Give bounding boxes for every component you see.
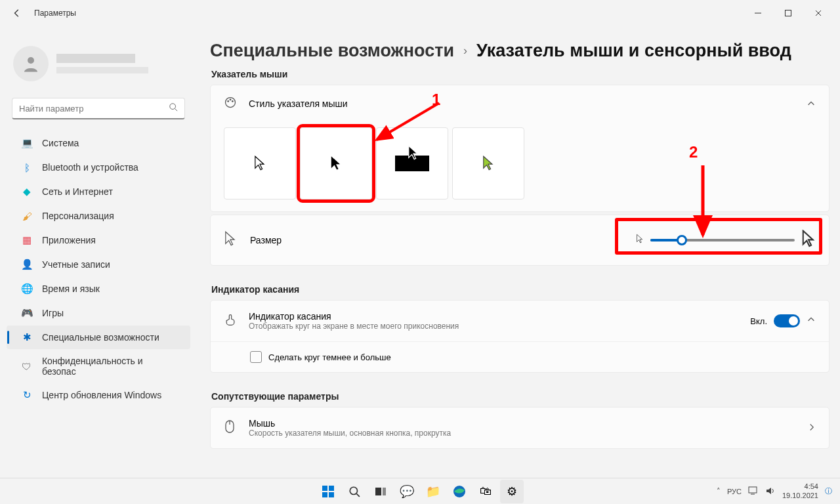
touch-icon bbox=[224, 313, 238, 329]
svg-rect-16 bbox=[329, 492, 334, 497]
cursor-large-icon bbox=[801, 230, 816, 251]
nav-label: Сеть и Интернет bbox=[42, 186, 113, 197]
nav-item-7[interactable]: 🎮Игры bbox=[7, 301, 190, 325]
pointer-style-white[interactable] bbox=[224, 127, 296, 200]
nav-icon: 💻 bbox=[21, 137, 33, 149]
svg-rect-19 bbox=[375, 488, 381, 495]
pointer-style-custom-color[interactable] bbox=[452, 127, 524, 200]
svg-rect-1 bbox=[786, 10, 791, 16]
size-slider-group bbox=[636, 230, 816, 251]
pointer-style-header[interactable]: Стиль указателя мыши bbox=[211, 85, 829, 122]
section-related-title: Сопутствующие параметры bbox=[211, 391, 830, 402]
search-input[interactable] bbox=[19, 104, 169, 114]
main-content: Специальные возможности › Указатель мыши… bbox=[210, 33, 832, 478]
toggle-state-label: Вкл. bbox=[750, 316, 767, 326]
taskbar-edge[interactable] bbox=[448, 480, 471, 503]
taskbar-store[interactable]: 🛍 bbox=[474, 480, 497, 503]
taskbar-explorer[interactable]: 📁 bbox=[421, 480, 445, 503]
nav-item-2[interactable]: ◆Сеть и Интернет bbox=[7, 180, 190, 203]
profile-email-redacted bbox=[56, 67, 148, 74]
pointer-size-row: Размер bbox=[210, 215, 830, 266]
svg-rect-22 bbox=[749, 487, 757, 493]
tray-language[interactable]: РУС bbox=[727, 488, 742, 495]
minimize-button[interactable] bbox=[743, 3, 773, 24]
checkbox[interactable] bbox=[250, 351, 262, 363]
nav-label: Центр обновления Windows bbox=[42, 390, 161, 400]
chevron-right-icon: › bbox=[463, 44, 467, 58]
nav-icon: 🛡 bbox=[21, 360, 33, 372]
nav-label: Bluetooth и устройства bbox=[42, 162, 138, 173]
pointer-style-inverted[interactable] bbox=[376, 127, 448, 200]
nav-item-5[interactable]: 👤Учетные записи bbox=[7, 253, 190, 276]
nav-icon: ✱ bbox=[21, 331, 33, 343]
svg-rect-15 bbox=[322, 492, 327, 497]
nav-icon: ↻ bbox=[21, 389, 33, 401]
chevron-up-icon[interactable] bbox=[807, 315, 816, 327]
breadcrumb-parent[interactable]: Специальные возможности bbox=[210, 41, 454, 61]
svg-line-4 bbox=[175, 109, 178, 112]
nav-label: Учетные записи bbox=[42, 259, 110, 270]
mouse-link-card[interactable]: Мышь Скорость указателя мыши, основная к… bbox=[210, 407, 830, 449]
breadcrumb: Специальные возможности › Указатель мыши… bbox=[210, 41, 830, 61]
profile-block[interactable] bbox=[3, 39, 194, 88]
taskbar: 💬 📁 🛍 ⚙ ˄ РУС 4:54 19.10.2021 ⓘ bbox=[0, 478, 840, 504]
nav-item-6[interactable]: 🌐Время и язык bbox=[7, 277, 190, 301]
tray-notifications-icon[interactable]: ⓘ bbox=[825, 486, 832, 496]
close-button[interactable] bbox=[803, 3, 833, 24]
taskbar-settings[interactable]: ⚙ bbox=[500, 480, 524, 503]
cursor-icon bbox=[224, 231, 238, 249]
nav-label: Приложения bbox=[42, 235, 96, 245]
nav-item-8[interactable]: ✱Специальные возможности bbox=[7, 326, 190, 349]
nav-icon: ◆ bbox=[21, 186, 33, 198]
nav-icon: 🌐 bbox=[21, 283, 33, 295]
nav-item-0[interactable]: 💻Система bbox=[7, 131, 190, 155]
breadcrumb-current: Указатель мыши и сенсорный ввод bbox=[476, 41, 791, 61]
tray-network-icon[interactable] bbox=[748, 486, 759, 497]
tray-volume-icon[interactable] bbox=[765, 486, 776, 497]
start-button[interactable] bbox=[316, 480, 340, 503]
nav-item-9[interactable]: 🛡Конфиденциальность и безопас bbox=[7, 350, 190, 383]
cursor-small-icon bbox=[636, 234, 644, 247]
pointer-style-black[interactable] bbox=[300, 127, 372, 200]
back-button[interactable] bbox=[7, 3, 28, 24]
touch-indicator-title: Индикатор касания bbox=[249, 311, 459, 322]
tray-chevron-icon[interactable]: ˄ bbox=[717, 487, 721, 495]
search-box[interactable] bbox=[12, 98, 185, 119]
taskbar-taskview[interactable] bbox=[369, 480, 392, 503]
nav-item-1[interactable]: ᛒBluetooth и устройства bbox=[7, 156, 190, 179]
mouse-link-desc: Скорость указателя мыши, основная кнопка… bbox=[249, 429, 451, 438]
maximize-button[interactable] bbox=[773, 3, 803, 24]
chevron-up-icon[interactable] bbox=[807, 99, 816, 108]
profile-name-redacted bbox=[56, 54, 135, 63]
nav-label: Система bbox=[42, 138, 79, 148]
pointer-style-label: Стиль указателя мыши bbox=[249, 98, 807, 109]
touch-darker-label: Сделать круг темнее и больше bbox=[268, 352, 391, 362]
nav-item-4[interactable]: ▦Приложения bbox=[7, 228, 190, 252]
chevron-right-icon bbox=[808, 422, 816, 434]
nav-item-3[interactable]: 🖌Персонализация bbox=[7, 204, 190, 228]
nav-label: Персонализация bbox=[42, 211, 114, 221]
svg-rect-13 bbox=[322, 486, 327, 491]
nav-label: Игры bbox=[42, 308, 64, 318]
touch-indicator-toggle[interactable] bbox=[774, 314, 800, 327]
svg-rect-14 bbox=[329, 486, 334, 491]
tray-clock[interactable]: 4:54 19.10.2021 bbox=[782, 482, 818, 499]
nav-icon: 👤 bbox=[21, 259, 33, 270]
svg-point-17 bbox=[350, 487, 357, 494]
nav-item-10[interactable]: ↻Центр обновления Windows bbox=[7, 383, 190, 407]
svg-point-2 bbox=[28, 57, 34, 64]
mouse-icon bbox=[224, 419, 238, 436]
search-icon bbox=[169, 102, 178, 114]
touch-indicator-header[interactable]: Индикатор касания Отображать круг на экр… bbox=[211, 301, 829, 341]
nav-label: Время и язык bbox=[42, 284, 100, 294]
taskbar-search[interactable] bbox=[343, 480, 366, 503]
pointer-styles-row bbox=[211, 122, 829, 211]
window-title: Параметры bbox=[34, 9, 76, 18]
size-label: Размер bbox=[250, 235, 282, 245]
touch-darker-option[interactable]: Сделать круг темнее и больше bbox=[211, 341, 829, 372]
size-slider[interactable] bbox=[650, 239, 795, 242]
taskbar-chat[interactable]: 💬 bbox=[395, 480, 419, 503]
svg-line-18 bbox=[356, 494, 360, 497]
nav-icon: 🖌 bbox=[21, 210, 33, 222]
nav-icon: 🎮 bbox=[21, 307, 33, 319]
